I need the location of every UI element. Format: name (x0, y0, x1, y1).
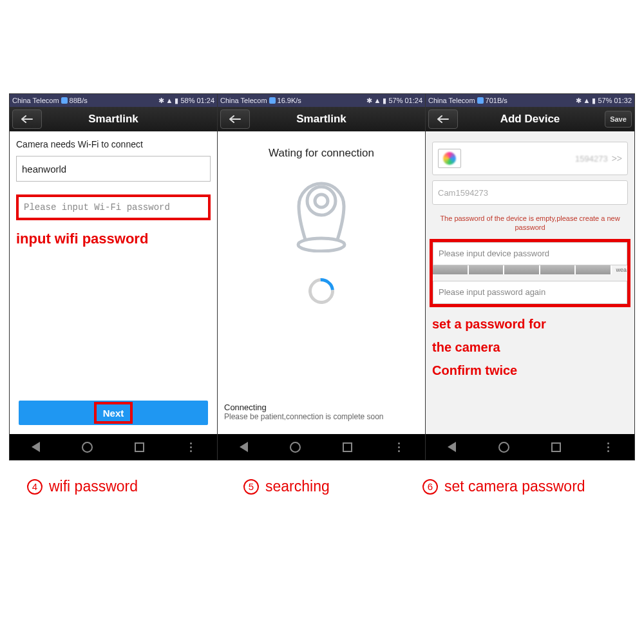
colorwheel-icon (443, 152, 456, 165)
highlight-box (94, 402, 133, 424)
device-name-value: Cam1594273 (438, 188, 488, 198)
carrier-label: China Telecom (220, 97, 267, 104)
app-header: Smartlink (218, 107, 425, 131)
annotation-input-wifi: input wifi password (10, 223, 217, 255)
nav-menu-button[interactable] (392, 439, 407, 455)
content-area: 1594273 >> Cam1594273 The password of th… (426, 131, 634, 434)
wifi-password-placeholder: Please input Wi-Fi password (24, 202, 170, 213)
device-id-card[interactable]: 1594273 >> (432, 142, 628, 175)
step-number-icon: 4 (27, 479, 43, 495)
screenshot-panel-2: China Telecom 16.9K/s ✱ ▲ ▮ 57% 01:24 Sm… (217, 93, 426, 460)
battery-pct: 57% (388, 97, 402, 104)
net-speed: 16.9K/s (278, 97, 301, 104)
signal-icon: ▮ (383, 97, 386, 105)
nav-menu-button[interactable] (601, 439, 616, 455)
back-button[interactable] (12, 109, 42, 129)
password-highlight-box: Please input device password wea Please … (430, 239, 630, 307)
dots-icon (398, 442, 400, 452)
clock: 01:24 (404, 97, 422, 104)
wifi-icon: ▲ (374, 97, 381, 104)
annot-line1: set a password for (432, 312, 628, 336)
battery-pct: 58% (180, 97, 194, 104)
caption-text: set camera password (444, 478, 585, 495)
nav-recent-button[interactable] (131, 439, 147, 455)
square-icon (135, 442, 144, 452)
triangle-icon (32, 442, 40, 452)
battery-pct: 57% (598, 97, 612, 104)
password-warning: The password of the device is empty,plea… (426, 210, 634, 236)
pw2-placeholder: Please input password again (439, 287, 545, 297)
svg-point-2 (315, 194, 328, 207)
nav-recent-button[interactable] (549, 439, 564, 455)
nav-home-button[interactable] (497, 439, 512, 455)
content-area: Wating for connection Connecting Please … (218, 131, 425, 434)
status-bar: China Telecom 701B/s ✱ ▲ ▮ 57% 01:32 (426, 94, 634, 107)
sim-icon (269, 97, 276, 104)
square-icon (551, 442, 561, 452)
circle-icon (498, 442, 509, 453)
step-number-icon: 6 (422, 479, 438, 495)
sim-icon (61, 97, 68, 104)
wifi-password-input[interactable]: Please input Wi-Fi password (16, 194, 211, 220)
back-arrow-icon (437, 115, 449, 123)
dots-icon (607, 442, 609, 452)
nav-home-button[interactable] (80, 439, 95, 455)
connecting-text: Connecting Please be patient,connection … (224, 402, 384, 421)
wifi-icon: ▲ (166, 97, 173, 104)
android-navbar (218, 434, 425, 460)
ssid-input[interactable]: heanworld (16, 156, 211, 182)
patient-label: Please be patient,connection is complete… (224, 412, 384, 421)
screenshot-panel-1: China Telecom 88B/s ✱ ▲ ▮ 58% 01:24 Smar… (9, 93, 218, 460)
nav-back-button[interactable] (28, 439, 43, 455)
camera-icon (286, 169, 357, 252)
net-speed: 88B/s (70, 97, 88, 104)
save-button[interactable]: Save (605, 111, 632, 128)
triangle-icon (240, 442, 248, 452)
square-icon (343, 442, 352, 452)
status-bar: China Telecom 16.9K/s ✱ ▲ ▮ 57% 01:24 (218, 94, 425, 107)
ssid-value: heanworld (22, 164, 66, 175)
bt-icon: ✱ (576, 97, 582, 105)
annot-line3: Confirm twice (432, 359, 628, 382)
nav-menu-button[interactable] (184, 439, 199, 455)
nav-back-button[interactable] (236, 439, 251, 455)
wifi-icon: ▲ (583, 97, 591, 104)
connect-instruction: Camera needs Wi-Fi to connect (10, 131, 217, 153)
back-button[interactable] (220, 109, 250, 129)
circle-icon (82, 442, 93, 453)
device-password-confirm-input[interactable]: Please input password again (433, 281, 627, 304)
caption-text: wifi password (49, 478, 138, 495)
signal-icon: ▮ (175, 97, 178, 105)
dots-icon (190, 442, 192, 452)
svg-point-0 (298, 238, 345, 251)
back-button[interactable] (428, 109, 458, 129)
back-arrow-icon (21, 115, 33, 123)
device-name-input[interactable]: Cam1594273 (432, 180, 628, 205)
app-header: Add Device Save (426, 107, 634, 131)
nav-back-button[interactable] (444, 439, 460, 455)
clock: 01:24 (196, 97, 214, 104)
svg-point-1 (307, 187, 336, 215)
save-label: Save (610, 115, 627, 123)
device-password-input[interactable]: Please input device password (433, 242, 627, 265)
sim-icon (477, 97, 484, 104)
caption-step-5: 5 searching (243, 478, 330, 495)
screenshot-panel-3: China Telecom 701B/s ✱ ▲ ▮ 57% 01:32 Add… (425, 93, 635, 460)
net-speed: 701B/s (486, 97, 507, 104)
annotation-set-password: set a password for the camera Confirm tw… (426, 310, 634, 384)
nav-home-button[interactable] (288, 439, 303, 455)
caption-step-6: 6 set camera password (422, 478, 585, 495)
clock: 01:32 (614, 97, 632, 104)
connecting-label: Connecting (224, 402, 384, 412)
device-id: 1594273 (575, 154, 608, 164)
waiting-title: Wating for connection (218, 131, 425, 169)
next-button[interactable]: Next (19, 401, 208, 425)
caption-text: searching (265, 478, 330, 495)
signal-icon: ▮ (592, 97, 596, 105)
password-strength-meter: wea (433, 265, 627, 274)
nav-recent-button[interactable] (339, 439, 355, 455)
bt-icon: ✱ (158, 97, 164, 105)
chevron-right-icon: >> (612, 153, 622, 164)
status-bar: China Telecom 88B/s ✱ ▲ ▮ 58% 01:24 (10, 94, 217, 107)
android-navbar (10, 434, 217, 460)
